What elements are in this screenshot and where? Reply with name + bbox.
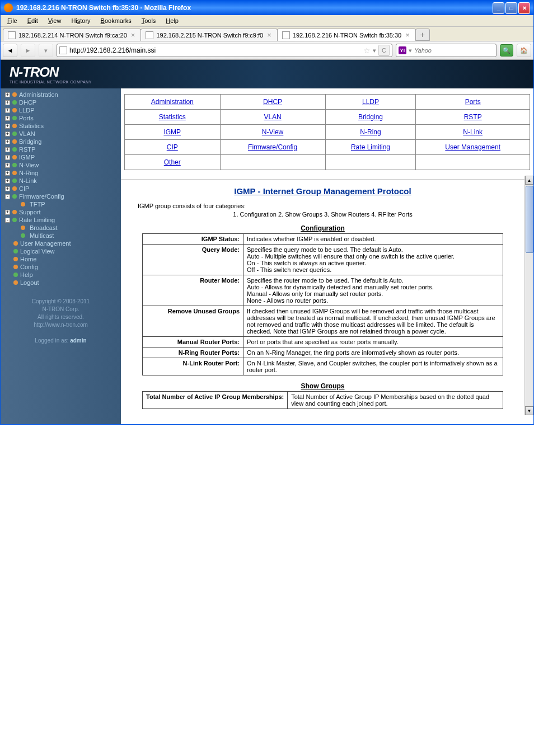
bullet-icon — [12, 194, 17, 199]
menu-history[interactable]: History — [67, 16, 95, 25]
bullet-icon — [13, 249, 18, 253]
menu-help[interactable]: Help — [161, 16, 183, 25]
sidebar-item-user-management[interactable]: User Management — [5, 240, 116, 247]
bullet-icon — [12, 210, 17, 214]
sidebar-item-multicast[interactable]: Multicast — [21, 232, 116, 240]
search-input[interactable] — [414, 47, 494, 54]
sidebar-item-administration[interactable]: +Administration — [5, 91, 116, 98]
nav-link-igmp[interactable]: IGMP — [163, 128, 181, 136]
sidebar-item-igmp[interactable]: +IGMP — [5, 153, 116, 161]
reload-button[interactable]: C — [378, 45, 390, 56]
nav-link-rate-limiting[interactable]: Rate Limiting — [351, 143, 390, 151]
sidebar-item-n-ring[interactable]: +N-Ring — [5, 169, 116, 177]
tab-2[interactable]: 192.168.2.216 N-TRON Switch fb:35:30 × — [277, 29, 416, 41]
sidebar-item-tftp[interactable]: TFTP — [21, 200, 116, 208]
sidebar-item-config[interactable]: Config — [5, 263, 116, 271]
tree-toggle-icon[interactable]: + — [5, 108, 10, 113]
back-button[interactable]: ◄ — [3, 44, 17, 57]
scroll-down-button[interactable]: ▼ — [525, 406, 533, 415]
tab-0[interactable]: 192.168.2.214 N-TRON Switch f9:ca:20 × — [3, 29, 141, 41]
nav-link-other[interactable]: Other — [164, 158, 181, 166]
logo-bar: N-TRON THE INDUSTRIAL NETWORK COMPANY — [1, 60, 533, 88]
nav-link-n-view[interactable]: N-View — [262, 128, 283, 136]
sidebar-item-cip[interactable]: +CIP — [5, 185, 116, 192]
nav-link-bridging[interactable]: Bridging — [358, 113, 383, 121]
nav-link-cip[interactable]: CIP — [167, 143, 178, 151]
tree-toggle-icon[interactable]: + — [5, 186, 10, 191]
bullet-icon — [12, 100, 17, 105]
menu-bookmarks[interactable]: Bookmarks — [96, 16, 136, 25]
nav-link-dhcp[interactable]: DHCP — [263, 98, 282, 106]
minimize-button[interactable]: _ — [493, 2, 504, 14]
sidebar-item-ports[interactable]: +Ports — [5, 114, 116, 122]
tree-toggle-icon[interactable]: + — [5, 92, 10, 97]
search-bar[interactable]: Y! ▾ — [396, 44, 496, 57]
forward-button[interactable]: ► — [21, 44, 35, 57]
table-row: N-Link Router Port:On N-Link Master, Sla… — [143, 358, 503, 375]
sidebar-item-logout[interactable]: Logout — [5, 279, 116, 287]
nav-link-administration[interactable]: Administration — [151, 98, 194, 106]
menu-view[interactable]: View — [44, 16, 66, 25]
sidebar-item-rstp[interactable]: +RSTP — [5, 145, 116, 153]
new-tab-button[interactable]: + — [415, 29, 430, 41]
sidebar-item-vlan[interactable]: +VLAN — [5, 130, 116, 138]
nav-link-statistics[interactable]: Statistics — [159, 113, 186, 121]
nav-link-firmware-config[interactable]: Firmware/Config — [248, 143, 297, 151]
tree-toggle-icon[interactable]: - — [5, 218, 10, 223]
tree-toggle-icon[interactable]: + — [5, 155, 10, 160]
tab-close-icon[interactable]: × — [266, 31, 273, 39]
sidebar-item-help[interactable]: Help — [5, 271, 116, 279]
ntron-link[interactable]: http://www.n-tron.com — [34, 322, 88, 328]
tree-toggle-icon[interactable]: + — [5, 132, 10, 137]
nav-link-user-management[interactable]: User Management — [445, 143, 500, 151]
tree-toggle-icon[interactable]: + — [5, 210, 10, 215]
sidebar-item-lldp[interactable]: +LLDP — [5, 106, 116, 114]
home-button[interactable]: 🏠 — [517, 44, 531, 57]
nav-link-n-link[interactable]: N-Link — [463, 128, 483, 136]
tab-1[interactable]: 192.168.2.215 N-TRON Switch f9:c9:f0 × — [140, 29, 277, 41]
tree-toggle-icon[interactable]: + — [5, 171, 10, 176]
menu-file[interactable]: File — [3, 16, 22, 25]
sidebar-item-statistics[interactable]: +Statistics — [5, 122, 116, 130]
sidebar-item-label: Firmware/Config — [19, 193, 64, 200]
url-input[interactable] — [69, 46, 361, 54]
sidebar-item-n-link[interactable]: +N-Link — [5, 177, 116, 185]
close-button[interactable]: ✕ — [518, 2, 530, 14]
search-go-button[interactable]: 🔍 — [500, 44, 513, 57]
tree-toggle-icon[interactable]: + — [5, 124, 10, 129]
nav-link-vlan[interactable]: VLAN — [264, 113, 281, 121]
tree-toggle-icon[interactable]: + — [5, 179, 10, 184]
sidebar-item-n-view[interactable]: +N-View — [5, 161, 116, 169]
tree-toggle-icon[interactable]: + — [5, 163, 10, 168]
sidebar-item-rate-limiting[interactable]: -Rate Limiting — [5, 216, 116, 224]
tree-toggle-icon[interactable]: + — [5, 139, 10, 144]
sidebar-item-support[interactable]: +Support — [5, 208, 116, 216]
nav-link-ports[interactable]: Ports — [465, 98, 481, 106]
tree-toggle-icon[interactable]: + — [5, 147, 10, 152]
sidebar-item-firmware-config[interactable]: -Firmware/Config — [5, 192, 116, 200]
nav-link-n-ring[interactable]: N-Ring — [360, 128, 381, 136]
sidebar-item-bridging[interactable]: +Bridging — [5, 138, 116, 145]
tree-toggle-icon[interactable]: - — [5, 194, 10, 199]
url-bar[interactable]: ☆ ▾ C — [57, 44, 392, 57]
dropdown-icon[interactable]: ▾ — [373, 47, 376, 54]
nav-link-lldp[interactable]: LLDP — [362, 98, 379, 106]
tree-toggle-icon[interactable]: + — [5, 100, 10, 105]
sidebar-item-dhcp[interactable]: +DHCP — [5, 98, 116, 106]
scroll-thumb[interactable] — [526, 186, 533, 253]
tab-close-icon[interactable]: × — [130, 31, 137, 39]
vertical-scrollbar[interactable]: ▲ ▼ — [524, 176, 533, 415]
menu-edit[interactable]: Edit — [23, 16, 43, 25]
bookmark-star-icon[interactable]: ☆ — [363, 46, 371, 55]
sidebar-item-logical-view[interactable]: Logical View — [5, 247, 116, 255]
menu-tools[interactable]: Tools — [137, 16, 161, 25]
maximize-button[interactable]: □ — [505, 2, 517, 14]
tab-close-icon[interactable]: × — [404, 31, 411, 39]
sidebar-item-home[interactable]: Home — [5, 255, 116, 263]
nav-link-rstp[interactable]: RSTP — [464, 113, 482, 121]
dropdown-icon[interactable]: ▾ — [409, 47, 412, 54]
scroll-up-button[interactable]: ▲ — [525, 176, 533, 185]
recent-button[interactable]: ▾ — [39, 44, 53, 57]
sidebar-item-broadcast[interactable]: Broadcast — [21, 224, 116, 232]
tree-toggle-icon[interactable]: + — [5, 116, 10, 121]
